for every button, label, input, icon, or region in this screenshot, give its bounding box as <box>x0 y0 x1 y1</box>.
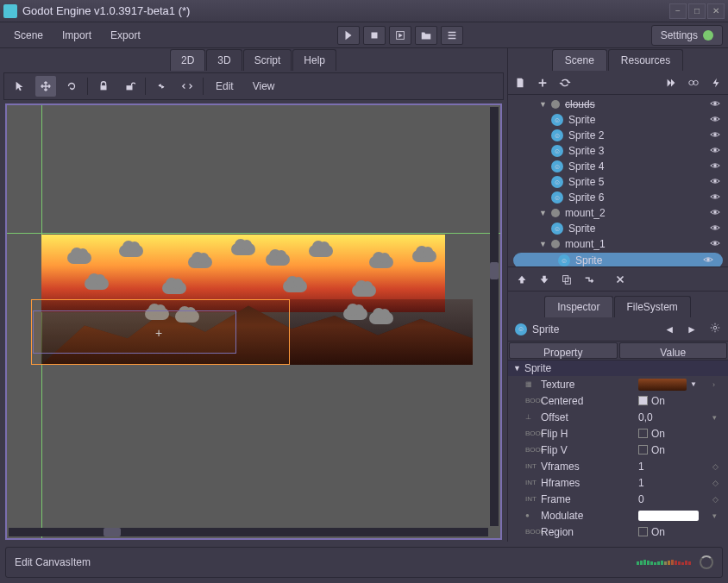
prop-vframes[interactable]: INTVframes 1 ◇ <box>508 458 728 474</box>
prop-hframes[interactable]: INTHframes 1 ◇ <box>508 474 728 491</box>
tree-label: Sprite <box>574 254 699 266</box>
tree-row-mount_1[interactable]: ▼mount_1 <box>508 236 728 252</box>
visibility-toggle[interactable] <box>709 160 725 174</box>
delete-button[interactable] <box>613 273 627 286</box>
settings-button[interactable]: Settings <box>651 25 723 46</box>
checkbox[interactable] <box>638 429 648 438</box>
menu-import[interactable]: Import <box>53 26 100 45</box>
menu-scene[interactable]: Scene <box>5 26 52 45</box>
new-node-button[interactable] <box>513 76 527 90</box>
tab-script[interactable]: Script <box>243 49 292 71</box>
visibility-toggle[interactable] <box>702 254 718 268</box>
prop-flipv[interactable]: BOOLFlip V On <box>508 442 728 458</box>
edit-menu[interactable]: Edit <box>209 77 241 96</box>
prop-centered[interactable]: BOOLCentered On <box>508 392 728 409</box>
unlock-tool[interactable] <box>119 76 140 97</box>
checkbox[interactable] <box>638 527 648 536</box>
visibility-toggle[interactable] <box>709 175 725 190</box>
move-down-button[interactable] <box>537 273 551 286</box>
menu-export[interactable]: Export <box>102 26 149 45</box>
open-button[interactable] <box>415 26 437 45</box>
stop-button[interactable] <box>363 26 386 45</box>
connect-button[interactable] <box>664 76 678 90</box>
inspector-section[interactable]: ▼Sprite <box>508 360 728 376</box>
tree-row-clouds[interactable]: ▼clouds <box>508 97 728 112</box>
cloud-sprite <box>283 280 307 292</box>
inspector-settings-button[interactable] <box>709 322 721 336</box>
tree-row-sprite-4[interactable]: ☺Sprite 4 <box>508 159 728 174</box>
tab-resources[interactable]: Resources <box>608 49 683 71</box>
tree-row-sprite[interactable]: ☺Sprite <box>508 112 728 128</box>
cloud-sprite <box>266 254 290 266</box>
tree-row-sprite-3[interactable]: ☺Sprite 3 <box>508 143 728 159</box>
prop-modulate[interactable]: ●Modulate ▾ <box>508 507 728 523</box>
prop-region[interactable]: BOOLRegion On <box>508 523 728 540</box>
visibility-toggle[interactable] <box>709 191 725 205</box>
prop-offset[interactable]: ⊥Offset 0,0 ▾ <box>508 409 728 425</box>
texture-preview[interactable] <box>638 379 687 391</box>
close-button[interactable]: ✕ <box>707 3 725 19</box>
tree-row-sprite-5[interactable]: ☺Sprite 5 <box>508 174 728 190</box>
app-icon <box>3 4 17 18</box>
tree-row-sprite[interactable]: ☺Sprite <box>508 221 728 236</box>
tab-2d[interactable]: 2D <box>170 49 205 71</box>
checkbox[interactable] <box>638 445 648 454</box>
visibility-toggle[interactable] <box>709 206 725 221</box>
code-tool[interactable] <box>177 76 198 97</box>
prop-frame[interactable]: INTFrame 0 ◇ <box>508 491 728 507</box>
spinner-button[interactable]: ◇ <box>712 495 725 504</box>
duplicate-button[interactable] <box>560 273 574 286</box>
scrollbar-horizontal[interactable] <box>9 528 488 536</box>
expand-icon[interactable]: ▼ <box>539 100 548 109</box>
expand-button[interactable]: ▾ <box>712 413 725 422</box>
visibility-toggle[interactable] <box>709 97 725 112</box>
minimize-button[interactable]: − <box>669 3 687 19</box>
groups-button[interactable] <box>687 76 700 90</box>
list-button[interactable] <box>441 26 463 45</box>
play-scene-button[interactable] <box>389 26 411 45</box>
tree-row-mount_2[interactable]: ▼mount_2 <box>508 205 728 221</box>
visibility-toggle[interactable] <box>709 237 725 252</box>
lock-tool[interactable] <box>93 76 114 97</box>
visibility-toggle[interactable] <box>709 129 725 143</box>
scene-tree[interactable]: ▼clouds☺Sprite☺Sprite 2☺Sprite 3☺Sprite … <box>508 95 728 267</box>
visibility-toggle[interactable] <box>709 144 725 159</box>
spinner-button[interactable]: ◇ <box>712 462 725 471</box>
expand-icon[interactable]: ▼ <box>539 240 548 248</box>
tab-scene[interactable]: Scene <box>552 49 607 71</box>
tab-filesystem[interactable]: FileSystem <box>614 296 691 317</box>
add-node-button[interactable] <box>536 76 549 90</box>
scrollbar-vertical[interactable] <box>490 107 499 526</box>
maximize-button[interactable]: □ <box>688 3 706 19</box>
spinner-button[interactable]: ◇ <box>712 479 725 487</box>
expand-button[interactable]: ▾ <box>712 511 725 520</box>
instance-button[interactable] <box>558 76 572 90</box>
visibility-toggle[interactable] <box>709 113 725 128</box>
script-button[interactable] <box>709 76 723 90</box>
tab-3d[interactable]: 3D <box>206 49 242 71</box>
color-swatch[interactable] <box>638 511 699 521</box>
canvas-viewport[interactable]: + <box>5 103 502 540</box>
history-forward-button[interactable]: ► <box>687 323 697 335</box>
tab-help[interactable]: Help <box>292 49 336 71</box>
play-button[interactable] <box>337 26 360 45</box>
move-up-button[interactable] <box>515 273 529 286</box>
select-tool[interactable] <box>9 76 30 97</box>
prop-fliph[interactable]: BOOLFlip H On <box>508 425 728 442</box>
move-tool[interactable] <box>35 76 56 97</box>
rotate-tool[interactable] <box>61 76 82 97</box>
tree-row-sprite[interactable]: ☺Sprite <box>513 253 723 267</box>
tab-inspector[interactable]: Inspector <box>544 296 612 317</box>
checkbox[interactable] <box>638 396 648 405</box>
chain-tool[interactable] <box>151 76 172 97</box>
tree-row-sprite-2[interactable]: ☺Sprite 2 <box>508 128 728 143</box>
tree-row-sprite-6[interactable]: ☺Sprite 6 <box>508 190 728 205</box>
reparent-button[interactable] <box>582 273 596 286</box>
inspector-list[interactable]: ▼Sprite ▦Texture ▼ › BOOLCentered On ⊥Of… <box>508 360 728 542</box>
view-menu[interactable]: View <box>246 77 282 96</box>
goto-resource-button[interactable]: › <box>712 380 725 389</box>
expand-icon[interactable]: ▼ <box>539 209 548 217</box>
history-back-button[interactable]: ◄ <box>664 323 675 335</box>
visibility-toggle[interactable] <box>709 222 725 236</box>
prop-texture[interactable]: ▦Texture ▼ › <box>508 376 728 392</box>
